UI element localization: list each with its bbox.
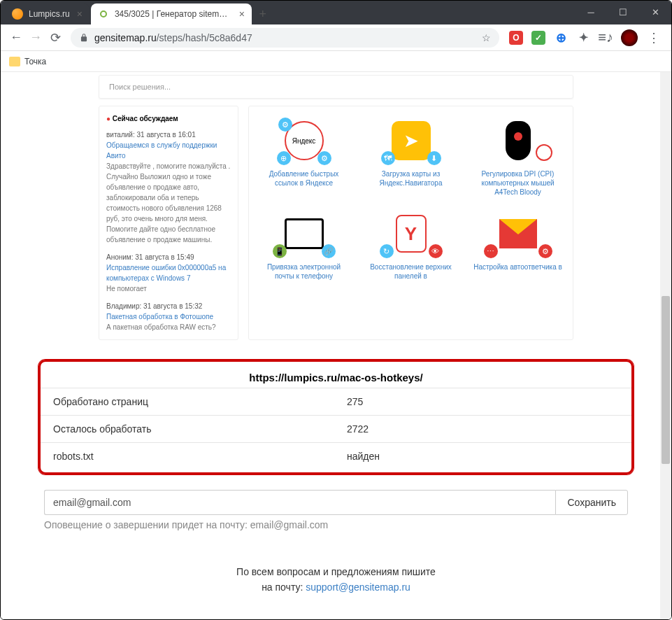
reload-icon: ↻ — [380, 244, 394, 258]
support-email-link[interactable]: support@gensitemap.ru — [306, 582, 410, 593]
tab-title: Lumpics.ru — [29, 9, 70, 19]
address-bar: ← → ⟳ gensitemap.ru/steps/hash/5c8a6d47 … — [1, 24, 671, 51]
forward-button[interactable]: → — [26, 28, 45, 48]
back-button[interactable]: ← — [6, 28, 26, 48]
new-tab-button[interactable]: + — [253, 4, 273, 24]
bookmark-star-icon[interactable]: ☆ — [482, 32, 491, 43]
mouse-icon — [506, 121, 531, 160]
status-value: найден — [347, 451, 380, 462]
url-input[interactable]: gensitemap.ru/steps/hash/5c8a6d47 ☆ — [71, 28, 499, 48]
discuss-panel: ● Сейчас обсуждаем виталий: 31 августа в… — [99, 106, 238, 340]
article-caption: Привязка электронной почты к телефону — [259, 262, 349, 281]
save-button[interactable]: Сохранить — [555, 490, 628, 515]
extensions-button[interactable]: ✦ — [576, 31, 590, 45]
phone-icon: 📱 — [273, 244, 287, 258]
chat-icon: ⋯ — [484, 244, 498, 258]
mail-icon — [499, 219, 537, 248]
discuss-item: Аноним: 31 августа в 15:49 Исправление о… — [106, 252, 231, 294]
gauge-icon — [536, 144, 552, 161]
link-icon: ⚙ — [278, 118, 292, 132]
close-icon[interactable]: × — [239, 8, 245, 20]
yandex-browser-icon: Y — [396, 215, 427, 253]
status-row: robots.txt найден — [41, 442, 631, 470]
extension-opera-icon[interactable]: O — [509, 31, 523, 45]
discuss-link[interactable]: Исправление ошибки 0x000000a5 на компьют… — [106, 262, 231, 283]
maximize-button[interactable]: ☐ — [607, 1, 639, 23]
page-viewport: Поиск решения... ● Сейчас обсуждаем вита… — [1, 72, 671, 620]
download-icon: ⬇ — [427, 151, 441, 165]
tab-gensitemap[interactable]: 345/3025 | Генератор sitemap о × — [91, 3, 252, 24]
bookmarks-bar: Точка — [1, 51, 671, 72]
bookmark-item[interactable]: Точка — [24, 57, 46, 66]
discuss-link[interactable]: Пакетная обработка в Фотошопе — [106, 311, 231, 322]
tab-title: 345/3025 | Генератор sitemap о — [115, 9, 232, 19]
eye-icon: 👁 — [429, 244, 443, 258]
envelope-icon — [285, 218, 324, 249]
article-caption: Восстановление верхних панелей в — [366, 262, 456, 281]
status-label: robots.txt — [53, 451, 347, 462]
favicon-icon — [98, 8, 109, 20]
window-controls: ─ ☐ ✕ — [575, 1, 671, 23]
article-card[interactable]: ⚙ Яндекс ⊕ ⚙ Добавление быстрых ссылок в… — [259, 116, 349, 197]
status-row: Обработано страниц 275 — [41, 388, 631, 415]
status-panel: https://lumpics.ru/mac-os-hotkeys/ Обраб… — [38, 360, 634, 474]
url-host: gensitemap.ru — [94, 32, 157, 43]
discuss-item: Владимир: 31 августа в 15:32 Пакетная об… — [106, 301, 231, 332]
url-path: /steps/hash/5c8a6d47 — [157, 32, 252, 43]
footer-line1: По всем вопросам и предложениям пишите — [1, 564, 671, 579]
map-icon: 🗺 — [381, 151, 395, 165]
footer-line2-prefix: на почту: — [262, 582, 306, 593]
lock-icon — [79, 33, 89, 43]
tab-strip: Lumpics.ru × 345/3025 | Генератор sitema… — [5, 3, 273, 24]
gear-icon: ⚙ — [538, 244, 552, 258]
favicon-icon — [12, 8, 23, 20]
article-card[interactable]: ➤ 🗺 ⬇ Загрузка карты из Яндекс.Навигатор… — [366, 116, 456, 197]
close-icon[interactable]: × — [77, 8, 83, 20]
article-card[interactable]: ⋯ ⚙ Настройка автоответчика в — [473, 209, 563, 281]
navigator-icon: ➤ — [392, 121, 431, 160]
status-label: Осталось обработать — [53, 423, 347, 435]
scrollbar-thumb[interactable] — [662, 296, 670, 464]
discuss-item: виталий: 31 августа в 16:01 Обращаемся в… — [106, 129, 231, 245]
article-caption: Добавление быстрых ссылок в Яндексе — [259, 169, 349, 188]
discuss-link[interactable]: Обращаемся в службу поддержки Авито — [106, 140, 231, 161]
scrollbar[interactable] — [660, 72, 671, 620]
email-input[interactable] — [44, 490, 555, 515]
article-card[interactable]: Регулировка DPI (CPI) компьютерных мышей… — [473, 116, 563, 197]
status-row: Осталось обработать 2722 — [41, 415, 631, 442]
article-caption: Загрузка карты из Яндекс.Навигатора — [366, 169, 456, 188]
reload-button[interactable]: ⟳ — [45, 28, 65, 48]
minimize-button[interactable]: ─ — [575, 1, 607, 23]
profile-avatar[interactable] — [621, 29, 638, 46]
search-input[interactable]: Поиск решения... — [99, 75, 573, 99]
article-caption: Настройка автоответчика в — [473, 262, 563, 272]
status-url: https://lumpics.ru/mac-os-hotkeys/ — [41, 367, 631, 388]
status-value: 275 — [347, 396, 363, 407]
article-card[interactable]: 📱 🔗 Привязка электронной почты к телефон… — [259, 209, 349, 281]
badge-icon: ⊕ — [277, 151, 291, 165]
status-value: 2722 — [347, 423, 369, 435]
folder-icon — [9, 57, 20, 66]
discuss-heading: ● Сейчас обсуждаем — [106, 113, 231, 124]
article-card[interactable]: Y ↻ 👁 Восстановление верхних панелей в — [366, 209, 456, 281]
articles-grid: ⚙ Яндекс ⊕ ⚙ Добавление быстрых ссылок в… — [248, 106, 573, 340]
email-notice: Оповещение о завершении придет на почту:… — [44, 519, 628, 530]
close-window-button[interactable]: ✕ — [639, 1, 671, 23]
extension-check-icon[interactable]: ✓ — [531, 31, 545, 45]
browser-titlebar: Lumpics.ru × 345/3025 | Генератор sitema… — [1, 1, 671, 24]
article-caption: Регулировка DPI (CPI) компьютерных мышей… — [473, 169, 563, 197]
browser-menu-button[interactable]: ⋮ — [642, 30, 666, 45]
email-form: Сохранить — [44, 490, 628, 515]
gear-icon: ⚙ — [317, 151, 331, 165]
page-footer: По всем вопросам и предложениям пишите н… — [1, 564, 671, 596]
status-label: Обработано страниц — [53, 396, 347, 407]
reading-list-icon[interactable]: ≡♪ — [599, 31, 613, 45]
tab-lumpics[interactable]: Lumpics.ru × — [5, 3, 90, 24]
link-icon: 🔗 — [322, 244, 336, 258]
extension-globe-icon[interactable]: ⊕ — [554, 31, 568, 45]
